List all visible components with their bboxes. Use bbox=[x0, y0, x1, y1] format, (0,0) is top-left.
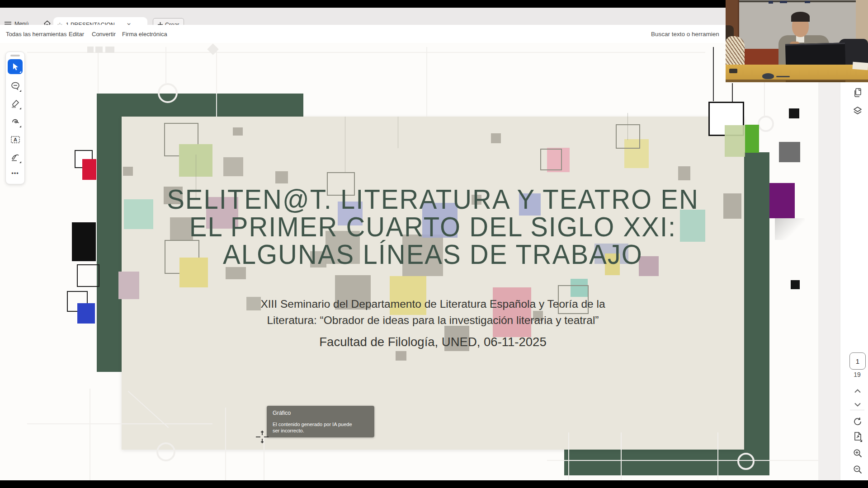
layers-panel-button[interactable] bbox=[853, 105, 863, 116]
document-viewer: SELITEN@T. LITERATURA Y TEATRO EN EL PRI… bbox=[0, 43, 868, 480]
zoom-out-icon bbox=[853, 465, 863, 474]
desk-surface bbox=[726, 65, 868, 80]
page-number-input[interactable]: 1 bbox=[849, 352, 866, 370]
page-thumbnails-button[interactable] bbox=[853, 87, 863, 98]
zoom-in-icon bbox=[853, 448, 863, 458]
ai-content-tooltip: Gráfico El contenido generado por IA pue… bbox=[267, 406, 374, 437]
text-box-icon: A bbox=[10, 135, 20, 144]
page-total-label: 19 bbox=[849, 371, 865, 378]
computer-mouse bbox=[762, 73, 774, 79]
refresh-icon bbox=[853, 417, 863, 427]
phone bbox=[729, 69, 737, 73]
papers bbox=[852, 62, 868, 70]
quick-tools-palette: A ••• bbox=[5, 52, 25, 184]
highlighter-icon bbox=[11, 99, 20, 108]
chevron-up-icon bbox=[854, 389, 861, 393]
slide-canvas bbox=[122, 117, 744, 450]
svg-text:A: A bbox=[14, 137, 17, 142]
bottom-black-strip bbox=[0, 480, 868, 488]
screen-top-frame bbox=[737, 0, 856, 2]
projected-content-marks bbox=[805, 1, 810, 3]
page-view-icon bbox=[853, 432, 863, 442]
next-page-button[interactable] bbox=[853, 399, 863, 410]
layers-icon bbox=[853, 106, 863, 115]
panel-divider bbox=[850, 410, 864, 410]
crosshair-cursor bbox=[256, 431, 269, 443]
tooltip-title: Gráfico bbox=[273, 410, 368, 416]
select-arrow-icon bbox=[11, 63, 19, 71]
highlight-tool-button[interactable] bbox=[8, 96, 23, 111]
signature-pen-icon bbox=[11, 153, 20, 162]
add-text-tool-button[interactable]: A bbox=[8, 132, 23, 147]
select-tool-button[interactable] bbox=[8, 59, 23, 74]
add-comment-tool-button[interactable] bbox=[8, 78, 23, 93]
menu-item-firma[interactable]: Firma electrónica bbox=[122, 25, 167, 43]
menu-item-editar[interactable]: Editar bbox=[69, 25, 84, 43]
webcam-overlay bbox=[726, 0, 868, 82]
scroll-gutter[interactable] bbox=[818, 43, 840, 480]
lasso-draw-icon bbox=[11, 117, 20, 126]
search-input[interactable]: Buscar texto o herramien bbox=[651, 25, 719, 43]
acrobat-window: Menú ☆ 1.PRESENTACION_... ✕ Crear Todas … bbox=[0, 0, 868, 488]
more-tools-button[interactable]: ••• bbox=[8, 166, 23, 181]
presenter-hair bbox=[791, 12, 810, 22]
zoom-out-button[interactable] bbox=[853, 464, 863, 475]
glasses bbox=[776, 76, 790, 77]
fill-sign-tool-button[interactable] bbox=[8, 150, 23, 164]
comment-icon bbox=[11, 81, 20, 90]
tooltip-body: El contenido generado por IA puede ser i… bbox=[273, 421, 356, 434]
draw-tool-button[interactable] bbox=[8, 114, 23, 129]
projected-content-marks bbox=[769, 1, 773, 4]
refresh-button[interactable] bbox=[853, 416, 863, 427]
pages-icon bbox=[853, 88, 862, 98]
page-view-button[interactable] bbox=[853, 432, 863, 442]
palette-drag-handle[interactable] bbox=[10, 55, 20, 56]
zoom-in-button[interactable] bbox=[853, 448, 863, 459]
ellipsis-icon: ••• bbox=[11, 170, 19, 177]
monitor-shadow bbox=[786, 80, 845, 82]
menu-item-todas[interactable]: Todas las herramientas bbox=[6, 25, 66, 43]
chevron-down-icon bbox=[854, 403, 861, 407]
projected-content-marks bbox=[780, 1, 787, 3]
menu-item-convertir[interactable]: Convertir bbox=[92, 25, 116, 43]
previous-page-button[interactable] bbox=[853, 385, 863, 396]
